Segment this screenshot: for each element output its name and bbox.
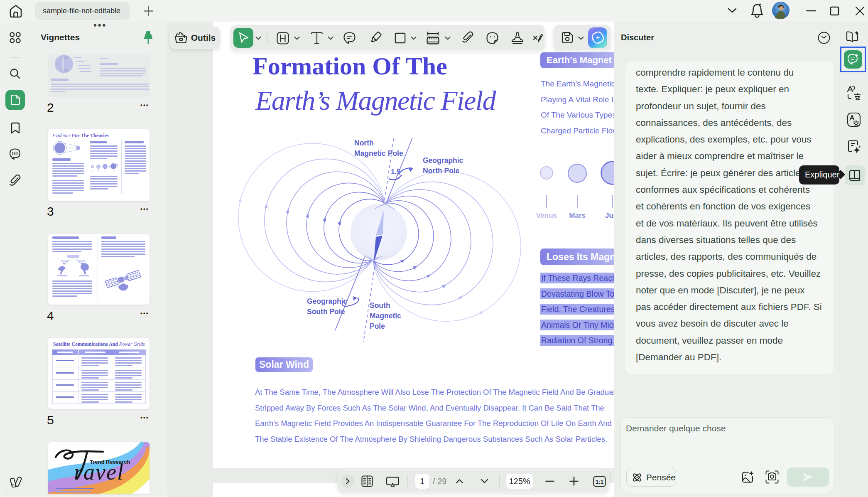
svg-text:Trend Research: Trend Research bbox=[90, 459, 130, 465]
